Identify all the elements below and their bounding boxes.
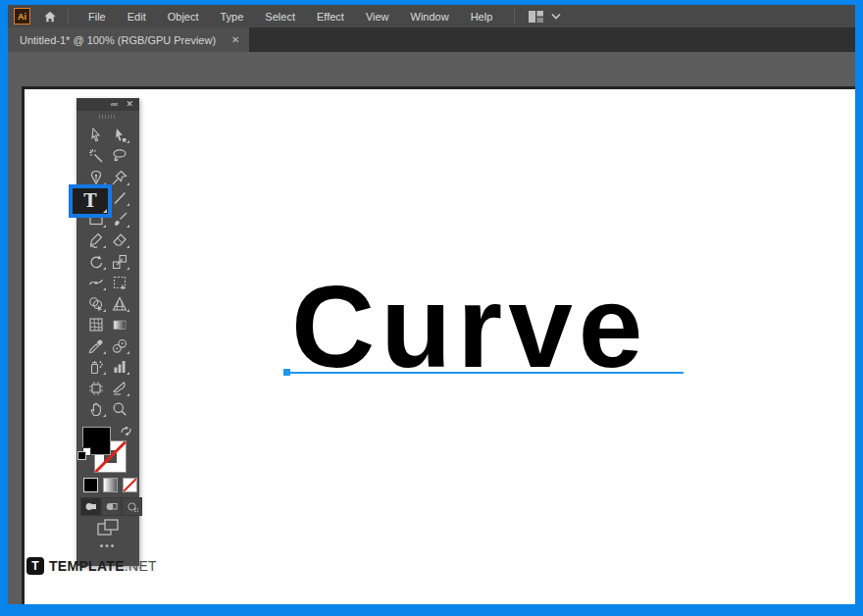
tab-close-icon[interactable]: ✕ — [231, 34, 239, 45]
draw-inside-button[interactable] — [122, 497, 142, 516]
collapse-panel-icon[interactable]: «« — [111, 101, 118, 109]
menu-item-select[interactable]: Select — [254, 11, 306, 23]
menu-item-window[interactable]: Window — [400, 11, 460, 23]
artwork-text[interactable]: Curve — [291, 269, 648, 385]
home-icon[interactable] — [43, 10, 57, 24]
draw-normal-button[interactable] — [80, 497, 101, 516]
column-graph-tool[interactable] — [108, 357, 131, 379]
wordmark-bold: TEMPLATE — [49, 558, 125, 574]
illustrator-app-icon[interactable]: Ai — [14, 8, 30, 25]
workspace: Curve «« ✕ — [8, 52, 855, 604]
swap-fill-stroke-icon[interactable] — [120, 423, 132, 440]
shaper-tool[interactable] — [84, 231, 108, 252]
edit-toolbar-icon[interactable]: ••• — [76, 541, 139, 551]
text-baseline-indicator — [289, 372, 684, 374]
eyedropper-tool[interactable] — [84, 335, 108, 357]
artboard-tool[interactable] — [84, 378, 108, 399]
rotate-tool[interactable] — [84, 251, 108, 273]
draw-behind-button[interactable] — [101, 497, 122, 516]
menu-item-effect[interactable]: Effect — [306, 11, 355, 23]
template-net-watermark: T TEMPLATE.NET — [26, 557, 157, 575]
menu-item-help[interactable]: Help — [460, 11, 504, 23]
document-tab-bar: Untitled-1* @ 100% (RGB/GPU Preview) ✕ — [8, 27, 855, 52]
tools-panel: «« ✕ — [76, 98, 139, 566]
text-anchor-point[interactable] — [283, 369, 290, 376]
width-tool[interactable] — [84, 273, 108, 294]
menu-items: File Edit Object Type Select Effect View… — [77, 11, 503, 23]
app-window: Ai File Edit Object Type Select Effect V… — [0, 0, 863, 616]
document-tab-title: Untitled-1* @ 100% (RGB/GPU Preview) — [20, 34, 216, 46]
symbol-sprayer-tool[interactable] — [84, 357, 108, 379]
scale-tool[interactable] — [108, 251, 131, 273]
direct-selection-tool[interactable] — [108, 125, 131, 146]
menu-item-file[interactable]: File — [77, 11, 117, 23]
type-tool-icon: T — [83, 192, 96, 210]
lasso-tool[interactable] — [108, 146, 131, 168]
menu-item-type[interactable]: Type — [210, 11, 255, 23]
color-type-buttons — [83, 478, 137, 492]
perspective-grid-tool[interactable] — [108, 293, 131, 315]
gradient-tool[interactable] — [108, 315, 131, 336]
type-tool[interactable]: T — [69, 184, 112, 218]
tools-grid — [76, 123, 139, 420]
none-button[interactable] — [123, 478, 137, 492]
template-net-logo-icon: T — [26, 557, 44, 575]
change-screen-mode-icon[interactable] — [97, 519, 119, 540]
wordmark-light: .NET — [125, 558, 157, 574]
slice-tool[interactable] — [108, 378, 131, 399]
close-panel-icon[interactable]: ✕ — [126, 100, 133, 109]
color-button[interactable] — [83, 478, 98, 492]
menu-item-object[interactable]: Object — [157, 11, 210, 23]
panel-drag-grip[interactable] — [76, 111, 139, 123]
gradient-button[interactable] — [103, 478, 118, 492]
workspace-switcher-icon[interactable] — [528, 10, 544, 24]
hand-tool[interactable] — [84, 399, 108, 421]
free-transform-tool[interactable] — [108, 273, 131, 294]
selection-tool[interactable] — [84, 125, 108, 146]
magic-wand-tool[interactable] — [84, 146, 108, 168]
fill-stroke-controls — [76, 422, 139, 477]
artboard-canvas[interactable]: Curve — [22, 86, 855, 604]
eraser-tool[interactable] — [108, 231, 131, 252]
menu-item-view[interactable]: View — [355, 11, 400, 23]
zoom-tool[interactable] — [108, 399, 131, 421]
blend-tool[interactable] — [108, 335, 131, 357]
mesh-tool[interactable] — [84, 315, 108, 336]
default-fill-stroke-icon[interactable] — [77, 447, 90, 460]
menu-item-edit[interactable]: Edit — [117, 11, 157, 23]
menu-divider — [514, 9, 515, 24]
chevron-down-icon[interactable] — [551, 13, 561, 20]
document-tab[interactable]: Untitled-1* @ 100% (RGB/GPU Preview) ✕ — [8, 27, 249, 52]
drawing-mode-buttons — [80, 497, 142, 516]
shape-builder-tool[interactable] — [84, 293, 108, 315]
menu-bar: Ai File Edit Object Type Select Effect V… — [8, 5, 855, 27]
template-net-wordmark: TEMPLATE.NET — [49, 558, 157, 574]
menu-divider — [68, 9, 69, 24]
tools-panel-header[interactable]: «« ✕ — [76, 98, 139, 111]
